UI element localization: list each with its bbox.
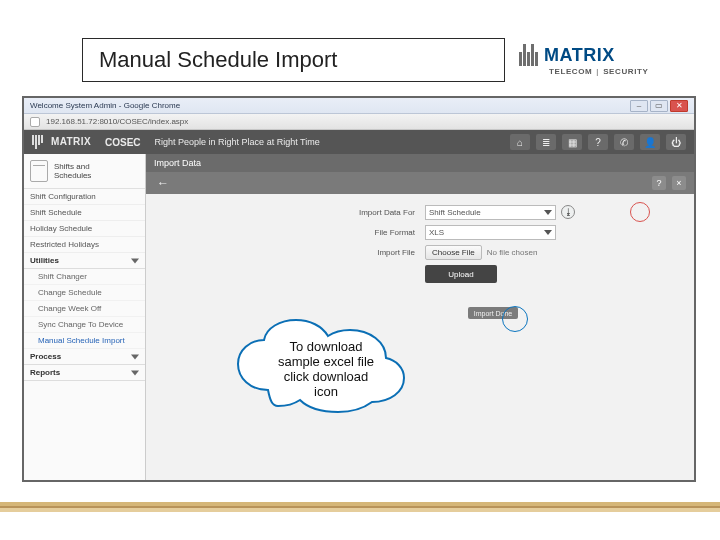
sidebar-sub-item-active[interactable]: Manual Schedule Import [24,333,145,349]
chrome-address-bar[interactable]: 192.168.51.72:8010/COSEC/index.aspx [24,114,694,130]
file-format-select[interactable]: XLS [425,225,556,240]
help-icon[interactable]: ? [588,134,608,150]
back-button[interactable]: ← [154,175,172,191]
power-icon[interactable]: ⏻ [666,134,686,150]
window-maximize-button[interactable]: ▭ [650,100,668,112]
import-file-label: Import File [265,248,415,257]
panel-help-icon[interactable]: ? [652,176,666,190]
home-icon[interactable]: ⌂ [510,134,530,150]
import-for-select[interactable]: Shift Schedule [425,205,556,220]
main-panel: Import Data ← ? × Import Data For Shift … [146,154,694,480]
window-minimize-button[interactable]: – [630,100,648,112]
logo-sep: | [596,67,599,76]
panel-title: Import Data [146,154,694,172]
app-logo-icon [32,135,43,149]
chevron-down-icon [131,354,139,359]
sidebar: Shifts and Schedules Shift Configuration… [24,154,146,480]
clipboard-icon [30,160,48,182]
company-logo: MATRIX TELECOM | SECURITY [519,38,664,82]
footer-decor [0,502,720,512]
callout-line: click download [232,370,420,385]
app-tagline: Right People in Right Place at Right Tim… [155,137,320,147]
chrome-window-title: Welcome System Admin - Google Chrome [30,101,180,110]
page-icon [30,117,40,127]
phone-icon[interactable]: ✆ [614,134,634,150]
download-sample-button[interactable]: ⭳ [561,205,575,219]
sidebar-process-header[interactable]: Process [24,349,145,365]
sidebar-reports-header[interactable]: Reports [24,365,145,381]
sidebar-item[interactable]: Shift Schedule [24,205,145,221]
chrome-url-text: 192.168.51.72:8010/COSEC/index.aspx [46,117,188,126]
sidebar-sub-item[interactable]: Change Schedule [24,285,145,301]
logo-sub2: SECURITY [603,67,648,76]
chevron-down-icon [131,370,139,375]
no-file-text: No file chosen [487,248,538,257]
import-form: Import Data For Shift Schedule ⭳ File Fo… [146,196,694,282]
file-format-label: File Format [265,228,415,237]
import-for-label: Import Data For [265,208,415,217]
choose-file-button[interactable]: Choose File [425,245,482,260]
user-icon[interactable]: 👤 [640,134,660,150]
sidebar-item[interactable]: Holiday Schedule [24,221,145,237]
panel-close-icon[interactable]: × [672,176,686,190]
file-format-value: XLS [429,228,444,237]
sidebar-sub-item[interactable]: Shift Changer [24,269,145,285]
import-for-value: Shift Schedule [429,208,481,217]
chevron-down-icon [131,258,139,263]
callout-line: sample excel file [232,355,420,370]
chevron-down-icon [544,210,552,215]
filter-icon[interactable]: ≣ [536,134,556,150]
sidebar-section: Shifts and Schedules [24,154,145,189]
callout-line: To download [232,340,420,355]
callout-line: icon [232,385,420,400]
sidebar-utilities-header[interactable]: Utilities [24,253,145,269]
app-product: COSEC [105,137,141,148]
chrome-titlebar: Welcome System Admin - Google Chrome – ▭… [24,98,694,114]
panel-toolbar: ← ? × [146,172,694,194]
logo-sub1: TELECOM [549,67,592,76]
sidebar-item[interactable]: Restricted Holidays [24,237,145,253]
callout-highlight-import [502,306,528,332]
app-brand: MATRIX [51,137,91,147]
sidebar-section-title: Shifts and Schedules [54,162,91,180]
slide-title-box: Manual Schedule Import [82,38,505,82]
upload-button[interactable]: Upload [425,265,497,283]
logo-brand: MATRIX [544,45,615,66]
chevron-down-icon [544,230,552,235]
slide-title: Manual Schedule Import [99,47,337,73]
app-header: MATRIX COSEC Right People in Right Place… [24,130,694,154]
sidebar-item[interactable]: Shift Configuration [24,189,145,205]
sidebar-sub-item[interactable]: Sync Change To Device [24,317,145,333]
callout-cloud: To download sample excel file click down… [232,316,420,428]
window-close-button[interactable]: ✕ [670,100,688,112]
apps-icon[interactable]: ▦ [562,134,582,150]
logo-bars-icon [519,44,538,66]
sidebar-sub-item[interactable]: Change Week Off [24,301,145,317]
